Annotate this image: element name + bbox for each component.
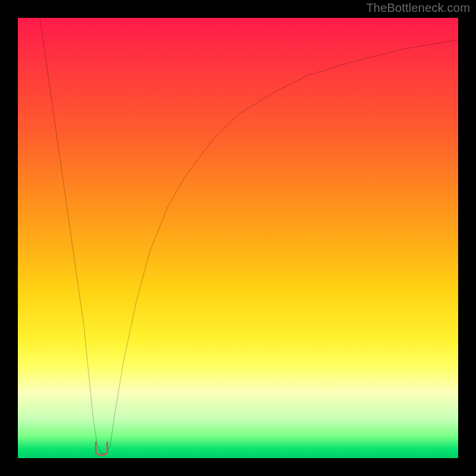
optimal-marker xyxy=(96,442,107,455)
bottleneck-curve xyxy=(40,18,458,454)
chart-frame: TheBottleneck.com xyxy=(0,0,476,476)
plot-area xyxy=(18,18,458,458)
watermark-label: TheBottleneck.com xyxy=(366,1,470,15)
curve-layer xyxy=(18,18,458,458)
